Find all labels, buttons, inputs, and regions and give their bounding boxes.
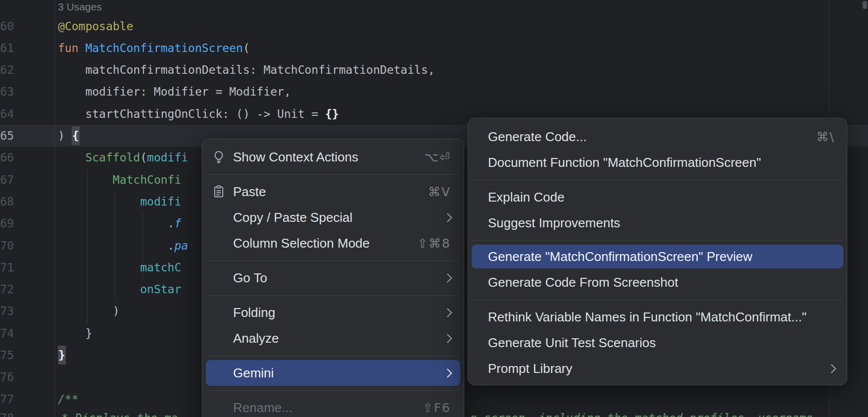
chevron-right-icon [443, 273, 452, 282]
code-token: matchC [140, 261, 181, 274]
code-token: f [174, 217, 181, 230]
gutter-line-number: 68 [0, 191, 14, 212]
menu-item-rename: Rename...⇧F6 [202, 395, 464, 417]
menu-item-prompt-library[interactable]: Prompt Library [468, 356, 847, 381]
gutter-line-number: 75 [0, 344, 14, 366]
menu-item-label: Rethink Variable Names in Function "Matc… [488, 310, 807, 325]
menu-item-label: Generate "MatchConfirmationScreen" Previ… [488, 249, 752, 264]
code-line: .f [168, 212, 182, 234]
code-token: startChattingOnClick: () -> Unit = [85, 107, 325, 120]
gutter-line-number: 64 [0, 103, 14, 125]
icon-placeholder [211, 270, 226, 285]
gutter-line-number: 76 [0, 366, 14, 388]
gutter-line-number: 60 [0, 15, 14, 37]
chevron-right-icon [443, 368, 452, 377]
menu-item-column-selection-mode[interactable]: Column Selection Mode⇧⌘8 [202, 230, 464, 256]
menu-item-label: Copy / Paste Special [233, 210, 352, 225]
code-token: MatchConfi [113, 173, 181, 186]
gutter-line-number: 73 [0, 300, 14, 322]
menu-separator [206, 174, 460, 175]
menu-item-explain-code[interactable]: Explain Code [468, 184, 847, 210]
chevron-right-icon [443, 334, 452, 343]
icon-placeholder [211, 305, 226, 320]
code-token: ( [243, 42, 250, 54]
icon-placeholder [211, 331, 226, 346]
gutter-line-number: 63 [0, 81, 14, 103]
gutter-line-number: 77 [0, 388, 14, 410]
code-token: modifi [140, 195, 181, 208]
icon-placeholder [211, 236, 226, 251]
code-line: modifi [140, 191, 181, 212]
menu-item-generate-code-from-screenshot[interactable]: Generate Code From Screenshot [468, 269, 847, 295]
code-line: @Composable [58, 15, 133, 37]
menu-item-go-to[interactable]: Go To [202, 265, 464, 291]
code-token: /** [58, 393, 79, 406]
gutter-line-number: 69 [0, 212, 14, 234]
menu-separator [472, 300, 843, 300]
menu-item-analyze[interactable]: Analyze [202, 325, 464, 351]
clipboard-icon [211, 184, 226, 199]
code-comment-fragment: n screen, including the matched profiles… [470, 407, 813, 417]
indent-guide [115, 191, 115, 301]
menu-separator [206, 295, 460, 296]
code-line: MatchConfi [113, 169, 181, 191]
gutter-line-number: 78 [0, 407, 14, 417]
code-line: /** [58, 388, 79, 410]
gutter-line-number: 61 [0, 37, 14, 59]
editor-scrollbar-thumb[interactable] [863, 1, 867, 9]
menu-separator [472, 180, 843, 180]
menu-item-generate-code[interactable]: Generate Code...⌘\ [468, 124, 847, 150]
menu-item-suggest-improvements[interactable]: Suggest Improvements [468, 210, 847, 236]
menu-item-folding[interactable]: Folding [202, 300, 464, 325]
chevron-right-icon [443, 308, 452, 317]
code-line: onStar [140, 278, 181, 300]
menu-item-label: Show Context Actions [233, 150, 358, 165]
menu-item-label: Column Selection Mode [233, 236, 370, 251]
code-line: matchConfirmationDetails: MatchConfirmat… [85, 59, 434, 81]
menu-item-label: Analyze [233, 331, 279, 346]
code-comment-fragment: * Displays the ma [61, 407, 178, 417]
code-token: . [168, 239, 175, 252]
menu-item-show-context-actions[interactable]: Show Context Actions⌥⏎ [202, 144, 464, 170]
menu-item-shortcut: ⌘V [428, 185, 451, 199]
menu-item-label: Explain Code [488, 190, 565, 205]
code-line: Scaffold(modifi [85, 147, 188, 168]
menu-item-label: Go To [233, 270, 267, 286]
code-line: fun MatchConfirmationScreen( [58, 37, 250, 59]
menu-item-label: Folding [233, 305, 275, 320]
editor-context-menu: Show Context Actions⌥⏎Paste⌘VCopy / Past… [202, 139, 464, 417]
menu-item-paste[interactable]: Paste⌘V [202, 179, 464, 205]
gutter-separator [54, 0, 55, 417]
code-line: } [85, 322, 92, 344]
gutter-line-number: 71 [0, 257, 14, 278]
menu-item-document-function-matchconfirmationscreen[interactable]: Document Function "MatchConfirmationScre… [468, 150, 847, 175]
code-token: modifi [147, 151, 188, 164]
menu-item-gemini[interactable]: Gemini [206, 360, 460, 386]
code-line: } [58, 344, 66, 366]
menu-separator [206, 261, 460, 261]
gutter-line-number: 65 [0, 125, 14, 147]
code-token: onStar [140, 283, 181, 296]
menu-item-label: Prompt Library [488, 361, 573, 376]
code-token: { [72, 126, 80, 145]
gutter-line-number: 66 [0, 147, 14, 168]
code-token: modifier: Modifier = Modifier, [85, 85, 290, 98]
menu-item-generate-matchconfirmationscreen-preview[interactable]: Generate "MatchConfirmationScreen" Previ… [472, 245, 843, 268]
code-token: ( [140, 151, 147, 164]
code-line: modifier: Modifier = Modifier, [85, 81, 290, 103]
usages-inlay-hint[interactable]: 3 Usages [58, 0, 102, 14]
menu-separator [206, 356, 460, 356]
gutter-line-number: 72 [0, 278, 14, 300]
menu-item-rethink-variable-names-in-function-matchconfirmat[interactable]: Rethink Variable Names in Function "Matc… [468, 304, 847, 330]
menu-separator [206, 390, 460, 391]
menu-item-label: Generate Unit Test Scenarios [488, 335, 656, 351]
chevron-right-icon [443, 213, 452, 222]
code-token: matchConfirmationDetails: MatchConfirmat… [85, 63, 434, 76]
code-token: @Composable [58, 20, 133, 33]
ide-editor-screen: 3 Usages 6061626364656667686970717273747… [0, 0, 868, 417]
indent-guide [87, 169, 88, 323]
gemini-submenu: Generate Code...⌘\Document Function "Mat… [468, 118, 847, 385]
menu-item-generate-unit-test-scenarios[interactable]: Generate Unit Test Scenarios [468, 330, 847, 356]
menu-item-copy-paste-special[interactable]: Copy / Paste Special [202, 205, 464, 230]
icon-placeholder [211, 365, 226, 380]
